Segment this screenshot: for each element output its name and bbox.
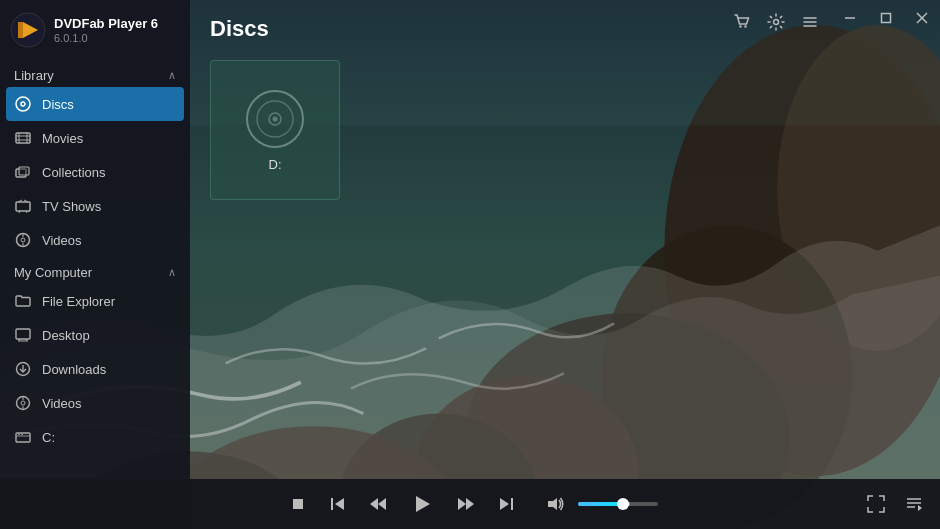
close-button[interactable] <box>904 0 940 36</box>
svg-point-43 <box>18 434 20 436</box>
sidebar-label-my-videos: Videos <box>42 396 82 411</box>
sidebar-label-downloads: Downloads <box>42 362 106 377</box>
sidebar-label-tv-shows: TV Shows <box>42 199 101 214</box>
svg-marker-65 <box>458 498 466 510</box>
my-computer-label: My Computer <box>14 265 92 280</box>
library-section: Library ∧ Discs <box>0 60 190 257</box>
svg-point-50 <box>744 25 746 27</box>
minimize-button[interactable] <box>832 0 868 36</box>
svg-marker-64 <box>416 496 430 512</box>
library-header: Library ∧ <box>0 60 190 87</box>
right-controls <box>860 488 930 520</box>
maximize-button[interactable] <box>868 0 904 36</box>
app-title: DVDFab Player 6 <box>54 16 158 32</box>
cart-icon-btn[interactable] <box>728 8 756 36</box>
svg-point-48 <box>273 116 278 121</box>
playback-bar <box>0 479 940 529</box>
sidebar-item-downloads[interactable]: Downloads <box>0 352 190 386</box>
my-computer-chevron: ∧ <box>168 266 176 279</box>
next-chapter-button[interactable] <box>490 488 522 520</box>
play-button[interactable] <box>402 484 442 524</box>
rewind-button[interactable] <box>362 488 394 520</box>
sidebar-item-c-drive[interactable]: C: <box>0 420 190 454</box>
sidebar: DVDFab Player 6 6.0.1.0 Library ∧ Discs <box>0 0 190 529</box>
my-videos-icon <box>14 394 32 412</box>
svg-rect-21 <box>19 167 29 175</box>
sidebar-item-movies[interactable]: Movies <box>0 121 190 155</box>
svg-point-44 <box>21 434 23 436</box>
app-version: 6.0.1.0 <box>54 32 158 44</box>
sidebar-label-discs: Discs <box>42 97 74 112</box>
stop-button[interactable] <box>282 488 314 520</box>
video-icon <box>14 231 32 249</box>
sidebar-item-file-explorer[interactable]: File Explorer <box>0 284 190 318</box>
svg-rect-31 <box>16 329 30 339</box>
sidebar-label-file-explorer: File Explorer <box>42 294 115 309</box>
sidebar-label-desktop: Desktop <box>42 328 90 343</box>
c-drive-icon <box>14 428 32 446</box>
main-content: Discs D: <box>190 0 940 479</box>
sidebar-item-discs[interactable]: Discs <box>6 87 184 121</box>
sidebar-item-collections[interactable]: Collections <box>0 155 190 189</box>
svg-rect-41 <box>16 433 30 442</box>
library-label: Library <box>14 68 54 83</box>
volume-slider[interactable] <box>578 502 658 506</box>
disc-icon <box>14 95 32 113</box>
sidebar-item-my-videos[interactable]: Videos <box>0 386 190 420</box>
sidebar-label-videos: Videos <box>42 233 82 248</box>
disc-drive-label: D: <box>269 157 282 172</box>
file-explorer-icon <box>14 292 32 310</box>
my-computer-header: My Computer ∧ <box>0 257 190 284</box>
menu-icon-btn[interactable] <box>796 8 824 36</box>
sidebar-item-tv-shows[interactable]: TV Shows <box>0 189 190 223</box>
svg-marker-69 <box>548 498 557 510</box>
volume-area <box>540 488 658 520</box>
app-name: DVDFab Player 6 6.0.1.0 <box>54 16 158 44</box>
svg-point-13 <box>16 97 30 111</box>
app-logo <box>10 12 46 48</box>
toolbar-icons <box>728 8 824 36</box>
volume-thumb <box>617 498 629 510</box>
svg-marker-66 <box>466 498 474 510</box>
disc-drive-icon <box>245 89 305 149</box>
movies-icon <box>14 129 32 147</box>
svg-marker-68 <box>500 498 509 510</box>
svg-marker-63 <box>370 498 378 510</box>
downloads-icon <box>14 360 32 378</box>
fullscreen-button[interactable] <box>860 488 892 520</box>
svg-point-51 <box>774 20 779 25</box>
svg-marker-12 <box>18 22 23 38</box>
fast-forward-button[interactable] <box>450 488 482 520</box>
sidebar-item-desktop[interactable]: Desktop <box>0 318 190 352</box>
svg-rect-15 <box>16 133 30 143</box>
playlist-button[interactable] <box>898 488 930 520</box>
svg-point-38 <box>21 401 25 405</box>
sidebar-label-collections: Collections <box>42 165 106 180</box>
collections-icon <box>14 163 32 181</box>
settings-icon-btn[interactable] <box>762 8 790 36</box>
sidebar-label-movies: Movies <box>42 131 83 146</box>
sidebar-item-videos[interactable]: Videos <box>0 223 190 257</box>
prev-chapter-button[interactable] <box>322 488 354 520</box>
desktop-icon <box>14 326 32 344</box>
library-chevron: ∧ <box>168 69 176 82</box>
sidebar-label-c-drive: C: <box>42 430 55 445</box>
page-title: Discs <box>210 16 269 42</box>
tv-icon <box>14 197 32 215</box>
svg-marker-61 <box>335 498 344 510</box>
my-computer-section: My Computer ∧ File Explorer Des <box>0 257 190 454</box>
volume-button[interactable] <box>540 488 572 520</box>
svg-rect-59 <box>293 499 303 509</box>
svg-point-28 <box>21 238 25 242</box>
svg-point-49 <box>739 25 741 27</box>
svg-marker-62 <box>378 498 386 510</box>
svg-rect-22 <box>16 202 30 211</box>
svg-rect-56 <box>882 14 891 23</box>
disc-card[interactable]: D: <box>210 60 340 200</box>
svg-point-14 <box>21 102 25 106</box>
window-controls <box>832 0 940 36</box>
svg-marker-73 <box>918 505 922 511</box>
app-header: DVDFab Player 6 6.0.1.0 <box>0 0 190 60</box>
